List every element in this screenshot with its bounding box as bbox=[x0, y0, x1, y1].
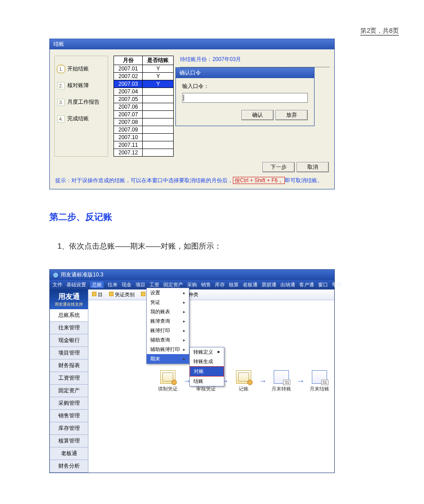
table-row[interactable]: 2007.07 bbox=[114, 111, 174, 118]
menu-item[interactable]: 采购 bbox=[187, 281, 197, 288]
sidebar-item[interactable]: 往来管理 bbox=[50, 322, 88, 334]
toolbar-item[interactable]: 目 bbox=[92, 291, 103, 298]
submenu-label: 结账 bbox=[193, 378, 203, 385]
menu-item[interactable]: 客户通 bbox=[299, 281, 314, 288]
submenu-item[interactable]: 账簿打印▸ bbox=[147, 326, 189, 335]
table-row[interactable]: 2007.08 bbox=[114, 118, 174, 126]
table-row[interactable]: 2007.01Y bbox=[114, 65, 174, 73]
cancel-button[interactable]: 取消 bbox=[297, 162, 329, 172]
menu-item[interactable]: 文件 bbox=[52, 281, 62, 288]
submenu-label: 账簿打印 bbox=[150, 327, 170, 334]
sidebar-item[interactable]: 总账系统 bbox=[50, 309, 88, 322]
step-label: 月度工作报告 bbox=[67, 98, 100, 106]
menu-item[interactable]: 老板通 bbox=[243, 281, 258, 288]
pending-label: 待结账月份： bbox=[180, 56, 212, 62]
step-report[interactable]: 3. 月度工作报告 bbox=[57, 94, 105, 110]
menu-item[interactable]: 核算 bbox=[229, 281, 239, 288]
password-input[interactable] bbox=[182, 93, 308, 103]
submenu-item[interactable]: 辅助查询▸ bbox=[147, 335, 189, 345]
step-number-icon: 3. bbox=[57, 99, 65, 106]
flow-post[interactable]: 记账 bbox=[233, 370, 254, 392]
cell-closed bbox=[143, 111, 174, 118]
confirm-button[interactable]: 确认 bbox=[241, 110, 274, 120]
menu-item[interactable]: 帮助 bbox=[332, 281, 342, 288]
period-end-submenu[interactable]: 转账定义▸转账生成对账结账 bbox=[189, 347, 224, 386]
cell-closed bbox=[143, 118, 174, 126]
cell-month: 2007.05 bbox=[114, 96, 143, 103]
step-start[interactable]: 1. 开始结账 bbox=[57, 61, 105, 77]
cell-closed bbox=[143, 96, 174, 103]
sidebar-item[interactable]: 现金银行 bbox=[50, 334, 88, 347]
table-row[interactable]: 2007.02Y bbox=[114, 73, 174, 80]
menu-item[interactable]: 销售 bbox=[201, 281, 211, 288]
sidebar-item[interactable]: 项目管理 bbox=[50, 347, 88, 359]
table-row[interactable]: 2007.05 bbox=[114, 96, 174, 103]
menu-item[interactable]: 库存 bbox=[215, 281, 225, 288]
menu-item[interactable]: 窗口 bbox=[318, 281, 328, 288]
sidebar-item[interactable]: 核算管理 bbox=[50, 435, 88, 447]
sidebar-item[interactable]: 库存管理 bbox=[50, 422, 88, 435]
chevron-right-icon: ▸ bbox=[218, 349, 220, 355]
table-row[interactable]: 2007.11 bbox=[114, 141, 174, 149]
submenu-item[interactable]: 辅助账簿打印▸ bbox=[147, 345, 189, 354]
flow-month-close[interactable]: 月末结账 bbox=[309, 370, 330, 392]
cell-month: 2007.04 bbox=[114, 88, 143, 96]
sidebar-item[interactable]: 工资管理 bbox=[50, 372, 88, 385]
menu-item[interactable]: 项目 bbox=[136, 281, 145, 288]
submenu-item[interactable]: 转账生成 bbox=[190, 357, 224, 366]
submenu-item[interactable]: 我的账表▸ bbox=[147, 307, 189, 316]
sidebar-item[interactable]: 销售管理 bbox=[50, 410, 88, 422]
toolbar: 目凭证类别常用摘要外币种类 bbox=[88, 289, 334, 300]
gl-submenu[interactable]: 设置▸凭证▸我的账表▸账簿查询▸账簿打印▸辅助查询▸辅助账簿打印▸期末▸ bbox=[146, 288, 189, 364]
submenu-item[interactable]: 凭证▸ bbox=[147, 298, 189, 307]
menu-item[interactable]: 固定资产 bbox=[163, 281, 183, 288]
submenu-label: 凭证 bbox=[150, 299, 160, 306]
menu-item[interactable]: 基础设置 bbox=[66, 281, 86, 288]
hint-line: 提示：对于误操作造成的结账，可以在本窗口中选择要取消结账的月份后，按Ctrl +… bbox=[50, 175, 334, 189]
menu-item[interactable]: 工资 bbox=[149, 281, 159, 288]
table-row[interactable]: 2007.12 bbox=[114, 149, 174, 157]
sidebar-item[interactable]: 财务分析 bbox=[50, 460, 88, 473]
cell-month: 2007.11 bbox=[114, 141, 143, 149]
submenu-item[interactable]: 期末▸ bbox=[147, 354, 189, 364]
table-row[interactable]: 2007.10 bbox=[114, 134, 174, 141]
cell-closed bbox=[143, 134, 174, 141]
sidebar-item[interactable]: 财务报表 bbox=[50, 359, 88, 372]
cell-closed bbox=[143, 88, 174, 96]
submenu-label: 辅助查询 bbox=[150, 337, 170, 343]
abandon-button[interactable]: 放弃 bbox=[275, 110, 308, 120]
sidebar-item[interactable]: 固定资产 bbox=[50, 385, 88, 397]
step-finish[interactable]: 4. 完成结账 bbox=[57, 110, 105, 127]
submenu-item[interactable]: 设置▸ bbox=[147, 288, 189, 298]
table-row[interactable]: 2007.09 bbox=[114, 126, 174, 134]
workflow-row: 填制凭证 → 审核凭证 → 记账 → bbox=[157, 370, 330, 392]
table-row[interactable]: 2007.06 bbox=[114, 103, 174, 111]
menu-item[interactable]: 出纳通 bbox=[280, 281, 295, 288]
flow-create-voucher[interactable]: 填制凭证 bbox=[157, 370, 178, 392]
toolbar-item[interactable]: 凭证类别 bbox=[109, 291, 135, 298]
password-dialog-title: 确认口令 bbox=[176, 68, 314, 78]
submenu-item[interactable]: 账簿查询▸ bbox=[147, 316, 189, 326]
sidebar-item[interactable]: 老板通 bbox=[50, 447, 88, 460]
flow-label: 月末结账 bbox=[310, 386, 329, 392]
menu-item[interactable]: 票据通 bbox=[262, 281, 276, 288]
month-table[interactable]: 月份 是否结账 2007.01Y2007.02Y2007.03Y2007.042… bbox=[114, 56, 174, 157]
menu-item[interactable]: 往来 bbox=[108, 281, 118, 288]
menu-item[interactable]: 总账 bbox=[90, 281, 104, 288]
wizard-steps: 1. 开始结账 2. 核对账簿 3. 月度工作报告 4. 完成结账 bbox=[54, 56, 108, 157]
menu-item[interactable]: 现金 bbox=[122, 281, 131, 288]
submenu-label: 转账生成 bbox=[193, 358, 213, 365]
next-button[interactable]: 下一步 bbox=[262, 162, 295, 172]
submenu-item[interactable]: 转账定义▸ bbox=[190, 347, 224, 357]
submenu-item[interactable]: 对账 bbox=[190, 366, 224, 377]
step-verify[interactable]: 2. 核对账簿 bbox=[57, 77, 105, 94]
cell-closed bbox=[143, 126, 174, 134]
table-row[interactable]: 2007.04 bbox=[114, 88, 174, 96]
flow-month-transfer[interactable]: 月末转账 bbox=[271, 370, 292, 392]
text-cursor-icon bbox=[184, 95, 184, 101]
menubar[interactable]: 文件基础设置总账往来现金项目工资固定资产采购销售库存核算老板通票据通出纳通客户通… bbox=[50, 280, 334, 289]
cell-closed: Y bbox=[143, 73, 174, 80]
submenu-item[interactable]: 结账 bbox=[190, 377, 224, 386]
table-row[interactable]: 2007.03Y bbox=[114, 80, 174, 88]
sidebar-item[interactable]: 采购管理 bbox=[50, 397, 88, 410]
